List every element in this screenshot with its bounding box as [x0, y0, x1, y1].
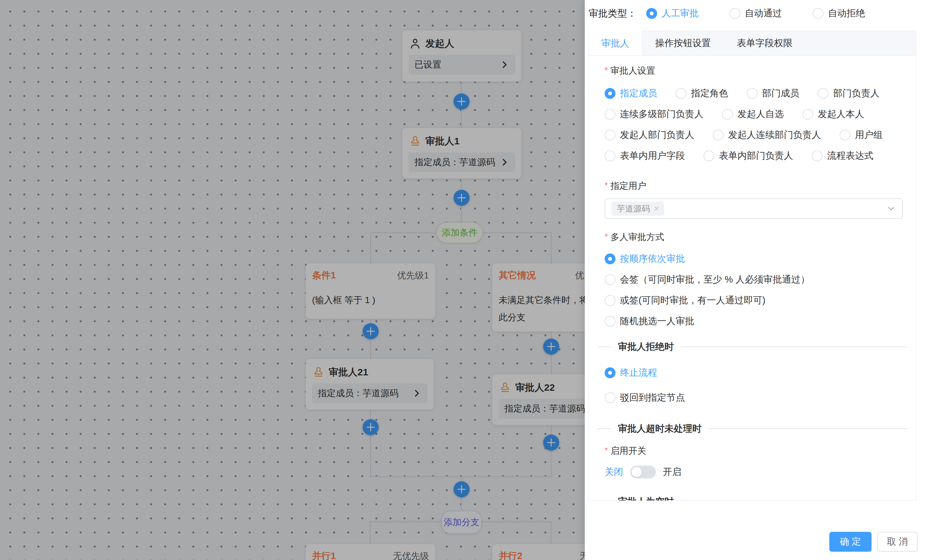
radio-icon [646, 8, 657, 19]
radio-icon [729, 8, 740, 19]
remove-tag-icon[interactable]: × [654, 203, 659, 214]
radio-dept-member[interactable]: 部门成员 [747, 87, 799, 100]
tab-form-permissions[interactable]: 表单字段权限 [724, 31, 806, 55]
radio-icon [605, 392, 616, 403]
radio-assign-role[interactable]: 指定角色 [676, 87, 728, 100]
radio-terminate-process[interactable]: 终止流程 [605, 366, 657, 379]
radio-return-to-node[interactable]: 驳回到指定节点 [605, 391, 685, 404]
chevron-down-icon [886, 204, 896, 214]
radio-icon [605, 109, 616, 120]
settings-tabs: 审批人 操作按钮设置 表单字段权限 *审批人设置 指定成员 指定角色 部门成员 … [588, 31, 916, 501]
radio-icon [605, 274, 616, 285]
timeout-switch[interactable] [630, 465, 656, 479]
radio-icon [747, 88, 758, 99]
radio-user-group[interactable]: 用户组 [839, 129, 883, 142]
approver-setup-row4: 表单内用户字段 表单内部门负责人 流程表达式 [605, 149, 907, 163]
enable-switch-label: *启用开关 [605, 445, 646, 457]
approval-type-label: 审批类型： [589, 7, 637, 20]
radio-initiator-dept-leader[interactable]: 发起人部门负责人 [605, 129, 694, 142]
radio-initiator-select[interactable]: 发起人自选 [722, 108, 784, 120]
radio-icon [676, 88, 687, 99]
reject-option: 驳回到指定节点 [605, 391, 907, 405]
radio-icon [605, 88, 616, 99]
approver-setup-row1: 指定成员 指定角色 部门成员 部门负责人 [605, 86, 907, 101]
timeout-section-divider: 审批人超时未处理时 [598, 422, 907, 436]
radio-dept-leader[interactable]: 部门负责人 [818, 87, 880, 100]
radio-icon [802, 109, 813, 120]
switch-off-label: 关闭 [605, 465, 623, 479]
radio-icon [818, 88, 829, 99]
radio-form-dept-leader[interactable]: 表单内部门负责人 [704, 149, 793, 162]
cancel-button[interactable]: 取 消 [877, 532, 917, 552]
switch-knob [631, 467, 642, 477]
multi-approve-label: *多人审批方式 [605, 231, 664, 243]
radio-icon [704, 151, 714, 161]
assign-user-select[interactable]: 芋道源码 × [605, 199, 903, 219]
tab-header: 审批人 操作按钮设置 表单字段权限 [588, 31, 916, 56]
approver-settings-panel: 审批类型： 人工审批 自动通过 自动拒绝 审批人 操作按钮设 [585, 0, 925, 560]
approver-setup-row2: 连续多级部门负责人 发起人自选 发起人本人 [605, 107, 907, 121]
radio-icon [605, 151, 616, 161]
switch-on-label: 开启 [663, 465, 681, 479]
multi-approve-option: 按顺序依次审批 [605, 252, 907, 266]
radio-icon [812, 151, 823, 161]
user-tag: 芋道源码 × [612, 202, 664, 216]
radio-icon [605, 253, 616, 264]
approver-setup-row3: 发起人部门负责人 发起人连续部门负责人 用户组 [605, 128, 907, 142]
radio-icon [605, 316, 616, 327]
radio-icon [839, 129, 850, 140]
radio-random-one[interactable]: 随机挑选一人审批 [605, 315, 694, 328]
radio-icon [722, 109, 733, 120]
radio-multi-level-dept-leader[interactable]: 连续多级部门负责人 [605, 108, 704, 120]
reject-option: 终止流程 [605, 366, 907, 380]
tab-action-buttons[interactable]: 操作按钮设置 [642, 31, 724, 55]
multi-approve-option: 随机挑选一人审批 [605, 314, 907, 328]
timeout-toggle-row: 关闭 开启 [605, 464, 681, 480]
radio-icon [605, 129, 616, 140]
reject-section-divider: 审批人拒绝时 [598, 340, 907, 354]
approver-setup-label: *审批人设置 [605, 65, 655, 77]
radio-process-expression[interactable]: 流程表达式 [812, 149, 874, 162]
multi-approve-option: 或签(可同时审批，有一人通过即可) [605, 294, 907, 307]
radio-icon [713, 129, 724, 140]
radio-icon [605, 367, 616, 378]
radio-auto-pass[interactable]: 自动通过 [729, 7, 782, 20]
radio-initiator-self[interactable]: 发起人本人 [802, 108, 864, 120]
radio-sequential[interactable]: 按顺序依次审批 [605, 253, 685, 265]
radio-form-user-field[interactable]: 表单内用户字段 [605, 149, 685, 162]
approval-type-row: 审批类型： 人工审批 自动通过 自动拒绝 [589, 5, 919, 22]
radio-countersign[interactable]: 会签（可同时审批，至少 % 人必须审批通过） [605, 273, 810, 286]
radio-orsign[interactable]: 或签(可同时审批，有一人通过即可) [605, 294, 765, 307]
confirm-button[interactable]: 确 定 [829, 532, 872, 552]
radio-auto-reject[interactable]: 自动拒绝 [813, 7, 865, 20]
radio-assign-member[interactable]: 指定成员 [605, 87, 657, 100]
flow-designer: 发起人 已设置 审批人1 指定成员：芋道源码 添加条件 [0, 0, 925, 560]
radio-icon [813, 8, 824, 19]
radio-initiator-multi-dept-leader[interactable]: 发起人连续部门负责人 [713, 129, 821, 142]
radio-icon [605, 295, 616, 306]
radio-manual-approval[interactable]: 人工审批 [646, 7, 699, 20]
tab-content: *审批人设置 指定成员 指定角色 部门成员 部门负责人 连续多级部门负责人 发起… [588, 56, 916, 501]
assign-user-label: *指定用户 [605, 180, 646, 192]
multi-approve-option: 会签（可同时审批，至少 % 人必须审批通过） [605, 272, 907, 287]
tab-approver[interactable]: 审批人 [589, 31, 642, 55]
approver-empty-section-divider: 审批人为空时 [598, 495, 907, 501]
